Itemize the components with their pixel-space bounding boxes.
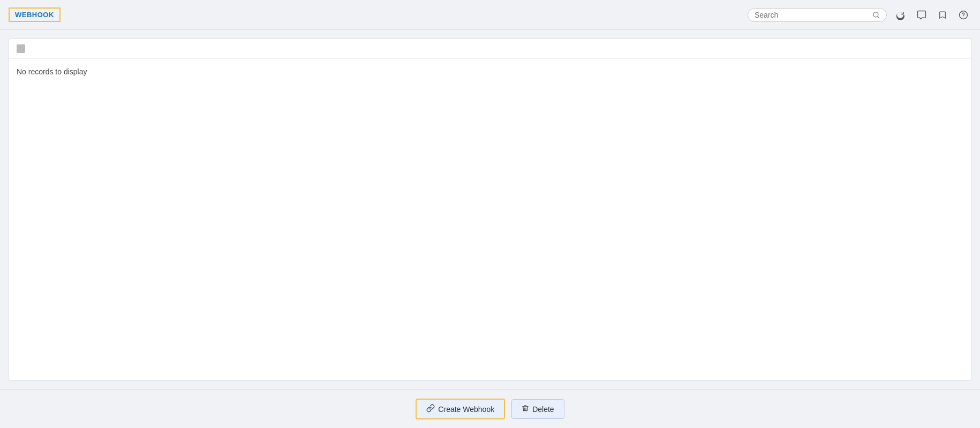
chat-button[interactable] — [914, 8, 930, 22]
app-header: WEBHOOK — [0, 0, 980, 30]
page-title: WEBHOOK — [9, 7, 61, 22]
create-webhook-label: Create Webhook — [438, 405, 494, 414]
empty-message: No records to display — [9, 59, 971, 85]
search-container[interactable] — [748, 8, 887, 22]
delete-button[interactable]: Delete — [511, 399, 564, 419]
search-icon — [872, 11, 880, 19]
create-webhook-icon — [426, 404, 435, 414]
footer-bar: Create Webhook Delete — [0, 389, 980, 428]
create-webhook-button[interactable]: Create Webhook — [416, 399, 505, 419]
table-card: No records to display — [9, 39, 971, 381]
header-right — [748, 8, 971, 22]
main-content: No records to display — [0, 30, 980, 389]
refresh-button[interactable] — [892, 8, 908, 22]
search-input[interactable] — [755, 11, 869, 19]
bookmark-button[interactable] — [935, 8, 950, 22]
help-button[interactable] — [955, 8, 971, 22]
delete-label: Delete — [532, 405, 554, 414]
table-header-row — [9, 39, 971, 59]
svg-point-3 — [963, 17, 963, 17]
header-left: WEBHOOK — [9, 7, 61, 22]
svg-line-1 — [878, 16, 879, 18]
delete-icon — [522, 404, 529, 414]
select-all-checkbox[interactable] — [17, 44, 25, 53]
